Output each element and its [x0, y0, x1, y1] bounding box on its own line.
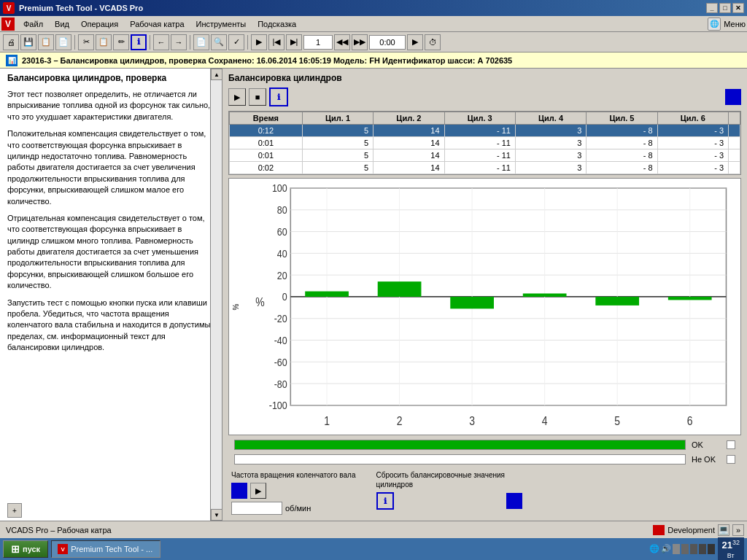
- scroll-down-button[interactable]: ▼: [211, 509, 222, 521]
- sb-icon2[interactable]: »: [732, 524, 744, 536]
- ctrl-info-button[interactable]: ℹ: [269, 88, 288, 106]
- bc-blue-btn-right[interactable]: [506, 493, 522, 509]
- menu-right-label[interactable]: Меню: [724, 20, 746, 28]
- tb-info-button[interactable]: ℹ: [131, 34, 147, 50]
- bc-info-btn[interactable]: ℹ: [376, 492, 394, 510]
- status-top-bar: 📊 23016-3 – Балансировка цилиндров, пров…: [0, 52, 747, 69]
- menu-file[interactable]: Файл: [18, 18, 49, 30]
- tb-icon7[interactable]: ✏: [113, 34, 129, 50]
- ctrl-play-button[interactable]: ▶: [228, 88, 246, 106]
- svg-rect-36: [595, 297, 639, 306]
- nok-checkbox[interactable]: [727, 455, 735, 464]
- svg-rect-27: [378, 281, 422, 297]
- table-row[interactable]: 0:02514- 113- 8- 3: [230, 162, 740, 174]
- start-icon: ⊞: [11, 543, 20, 555]
- left-info-button[interactable]: +: [7, 503, 22, 518]
- maximize-button[interactable]: □: [719, 3, 731, 13]
- svg-text:6: 6: [687, 414, 693, 427]
- left-scrollbar[interactable]: ▲ ▼: [210, 69, 222, 521]
- col-cyl5: Цил. 5: [587, 112, 657, 125]
- menu-help[interactable]: Подсказка: [252, 18, 302, 30]
- tb-icon6[interactable]: 📋: [96, 34, 112, 50]
- tb-sep3: [190, 35, 190, 50]
- cell-time: 0:01: [230, 137, 303, 149]
- tb-last-button[interactable]: ▶▶: [352, 34, 368, 50]
- bc-reset-label: Сбросить балансировочные значения цилинд…: [376, 470, 522, 489]
- svg-text:40: 40: [277, 248, 287, 260]
- left-para-3: Отрицательная компенсация свидетельствуе…: [7, 213, 214, 292]
- menu-work-map[interactable]: Рабочая катра: [124, 18, 190, 30]
- tb-icon10[interactable]: ⏱: [425, 34, 441, 50]
- tb-prev-button[interactable]: |◀: [268, 34, 285, 50]
- bc-btns-right: ℹ: [376, 492, 522, 510]
- cell-cyl1: 5: [302, 162, 373, 174]
- menu-operation[interactable]: Операция: [75, 18, 124, 30]
- scroll-track[interactable]: [211, 80, 222, 509]
- tb-page-input[interactable]: 1: [303, 35, 333, 50]
- ctrl-stop-button[interactable]: ■: [249, 88, 266, 106]
- cell-scroll: [729, 162, 740, 174]
- title-bar-text: Premium Tech Tool - VCADS Pro: [19, 4, 706, 12]
- svg-rect-39: [668, 297, 712, 300]
- tb-icon4[interactable]: 📄: [55, 34, 71, 50]
- tb-forward-button[interactable]: →: [171, 34, 187, 50]
- table-row[interactable]: 0:01514- 113- 8- 3: [230, 149, 740, 162]
- bc-play-btn[interactable]: ▶: [250, 483, 266, 499]
- sys-icon-1: [673, 544, 680, 554]
- taskbar-item-0[interactable]: V Premium Tech Tool - ...: [51, 540, 160, 558]
- tb-print-button[interactable]: 🖨: [3, 34, 19, 50]
- tb-icon3[interactable]: 📋: [38, 34, 54, 50]
- svg-text:80: 80: [277, 204, 287, 216]
- cell-cyl1: 5: [302, 137, 373, 149]
- taskbar-item-label: Premium Tech Tool - ...: [71, 545, 152, 553]
- data-table: Время Цил. 1 Цил. 2 Цил. 3 Цил. 4 Цил. 5…: [229, 112, 740, 174]
- cell-cyl2: 14: [374, 137, 444, 149]
- cell-scroll: [729, 125, 740, 137]
- svg-text:100: 100: [272, 183, 287, 195]
- cell-cyl6: - 3: [657, 149, 728, 162]
- tb-back-button[interactable]: ←: [153, 34, 169, 50]
- sys-icon-volume: 🔊: [661, 544, 671, 554]
- cell-cyl2: 14: [374, 162, 444, 174]
- right-panel-title: Балансировка цилиндров: [225, 71, 744, 86]
- tb-play-button[interactable]: ▶: [251, 34, 267, 50]
- left-para-2: Положительная компенсация свидетельствуе…: [7, 128, 214, 207]
- status-top-text: 23016-3 – Балансировка цилиндров, провер…: [22, 56, 512, 65]
- tb-time-input[interactable]: 0:00: [369, 35, 406, 50]
- cell-cyl4: 3: [515, 162, 586, 174]
- tb-icon5[interactable]: ✂: [78, 34, 94, 50]
- ctrl-blue-button[interactable]: [725, 89, 741, 105]
- bc-blue-btn-left[interactable]: [231, 483, 247, 499]
- cell-cyl5: - 8: [587, 162, 657, 174]
- menu-view[interactable]: Вид: [49, 18, 75, 30]
- tb-next-button[interactable]: ▶|: [286, 34, 302, 50]
- cell-cyl4: 3: [515, 149, 586, 162]
- chart-svg: -100-80-60-40-20020406080100123456%: [251, 182, 738, 432]
- start-button[interactable]: ⊞ пуск: [3, 540, 48, 558]
- sys-icons: 🌐 🔊: [649, 544, 715, 554]
- close-button[interactable]: ✕: [732, 3, 744, 13]
- tb-icon9[interactable]: 🔍: [211, 34, 227, 50]
- ok-checkbox[interactable]: [727, 440, 735, 449]
- bc-rpm-input[interactable]: [231, 502, 282, 515]
- svg-text:-60: -60: [274, 357, 287, 368]
- cell-time: 0:12: [230, 125, 303, 137]
- minimize-button[interactable]: _: [706, 3, 718, 13]
- nok-area: Не OK: [228, 454, 741, 466]
- scroll-up-button[interactable]: ▲: [211, 69, 222, 80]
- tb-check-button[interactable]: ✓: [228, 34, 244, 50]
- table-row[interactable]: 0:12514- 113- 8- 3: [230, 125, 740, 137]
- cell-time: 0:01: [230, 149, 303, 162]
- tb-clock-button[interactable]: ▶: [407, 34, 423, 50]
- taskbar: ⊞ пуск V Premium Tech Tool - ... 🌐 🔊 213…: [0, 538, 747, 560]
- svg-text:5: 5: [614, 414, 620, 427]
- col-cyl2: Цил. 2: [374, 112, 444, 125]
- sb-icon[interactable]: 💻: [718, 524, 729, 536]
- sys-icon-2: [681, 544, 689, 554]
- left-panel: Балансировка цилиндров, проверка Этот те…: [0, 69, 222, 521]
- tb-icon8[interactable]: 📄: [193, 34, 209, 50]
- tb-save-button[interactable]: 💾: [20, 34, 36, 50]
- menu-tools[interactable]: Инструменты: [190, 18, 252, 30]
- tb-first-button[interactable]: ◀◀: [334, 34, 350, 50]
- table-row[interactable]: 0:01514- 113- 8- 3: [230, 137, 740, 149]
